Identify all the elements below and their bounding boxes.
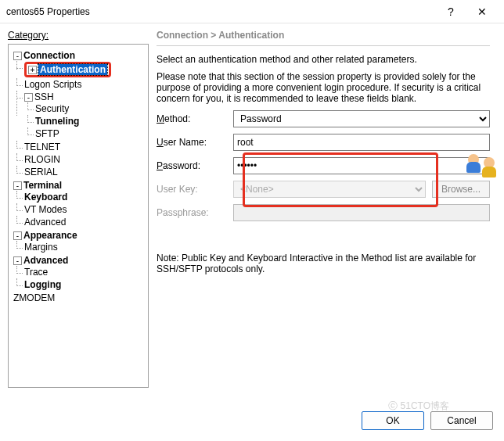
window-title: centos65 Properties — [6, 6, 435, 17]
expand-icon[interactable]: + — [28, 66, 37, 74]
tree-logon-scripts[interactable]: Logon Scripts — [24, 79, 81, 90]
userkey-label: User Key: — [157, 184, 227, 195]
password-label: Password: — [157, 160, 227, 171]
tree-advanced-terminal[interactable]: Advanced — [24, 217, 66, 228]
collapse-icon[interactable]: - — [13, 231, 22, 240]
collapse-icon[interactable]: - — [24, 93, 33, 102]
tree-tunneling[interactable]: Tunneling — [35, 116, 79, 127]
collapse-icon[interactable]: - — [13, 52, 22, 60]
note-text: Note: Public Key and Keyboard Interactiv… — [157, 253, 490, 274]
description-1: Select an authentication method and othe… — [157, 54, 490, 65]
users-icon — [465, 152, 502, 184]
tree-sftp[interactable]: SFTP — [35, 128, 59, 139]
tree-logging[interactable]: Logging — [24, 279, 61, 290]
collapse-icon[interactable]: - — [13, 181, 22, 190]
tree-serial[interactable]: SERIAL — [24, 167, 58, 177]
help-button[interactable]: ? — [435, 5, 466, 18]
passphrase-label: Passphrase: — [157, 207, 227, 218]
breadcrumb: Connection > Authentication — [157, 30, 490, 46]
tree-security[interactable]: Security — [35, 103, 69, 114]
tree-advanced[interactable]: Advanced — [23, 255, 68, 266]
userkey-select: <None> — [233, 181, 426, 198]
collapse-icon[interactable]: - — [13, 256, 22, 265]
username-label: User Name: — [157, 137, 227, 148]
description-2: Please note that this section of the ses… — [157, 71, 490, 104]
close-button[interactable]: ✕ — [466, 5, 498, 18]
tree-zmodem[interactable]: ZMODEM — [13, 292, 55, 303]
tree-authentication[interactable]: Authentication — [38, 64, 107, 75]
tree-keyboard[interactable]: Keyboard — [24, 192, 67, 203]
ok-button[interactable]: OK — [362, 411, 424, 430]
tree-telnet[interactable]: TELNET — [24, 142, 60, 152]
tree-connection[interactable]: Connection — [23, 50, 75, 61]
tree-appearance[interactable]: Appearance — [23, 230, 77, 241]
category-label: Category: — [8, 30, 149, 41]
category-tree[interactable]: -Connection +Authentication Logon Script… — [8, 44, 149, 388]
titlebar: centos65 Properties ? ✕ — [0, 0, 504, 23]
tree-margins[interactable]: Margins — [24, 242, 58, 253]
passphrase-input — [233, 204, 490, 221]
method-label: Method: — [157, 113, 227, 124]
method-select[interactable]: Password — [233, 110, 490, 127]
tree-rlogin[interactable]: RLOGIN — [24, 154, 60, 165]
password-input[interactable] — [233, 157, 490, 174]
cancel-button[interactable]: Cancel — [430, 411, 493, 430]
tree-terminal[interactable]: Terminal — [23, 180, 62, 191]
tree-vt-modes[interactable]: VT Modes — [24, 204, 67, 215]
tree-trace[interactable]: Trace — [24, 267, 48, 278]
username-input[interactable] — [233, 134, 490, 151]
tree-ssh[interactable]: SSH — [34, 91, 54, 102]
